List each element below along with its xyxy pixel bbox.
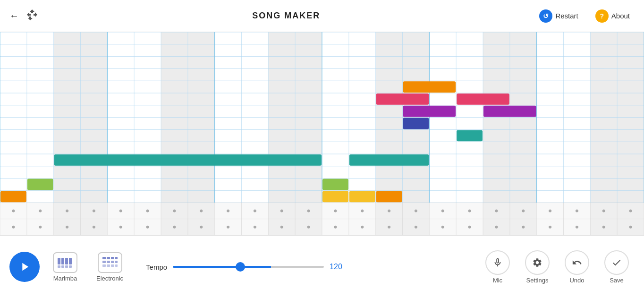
play-icon [18, 260, 31, 273]
save-icon [611, 257, 622, 268]
mic-button[interactable]: Mic [480, 247, 516, 288]
svg-rect-11 [115, 257, 118, 259]
svg-rect-6 [65, 265, 68, 268]
save-icon-circle [604, 250, 629, 275]
svg-rect-14 [111, 261, 114, 263]
undo-icon [572, 257, 582, 268]
bottom-toolbar: Marimba Electronic Tempo 120 [0, 235, 644, 298]
svg-rect-2 [65, 258, 68, 264]
tempo-section: Tempo 120 [146, 263, 472, 271]
settings-icon-circle [525, 250, 550, 275]
settings-icon [532, 257, 542, 268]
marimba-icon [53, 252, 77, 273]
svg-rect-17 [107, 264, 110, 267]
save-button[interactable]: Save [599, 247, 635, 288]
electronic-grid-icon [102, 256, 119, 269]
restart-label: Restart [555, 12, 578, 20]
svg-rect-5 [61, 265, 64, 268]
marimba-grid-icon [57, 256, 74, 269]
header-right: ↺ Restart ? About [534, 7, 635, 26]
restart-icon: ↺ [539, 9, 552, 23]
svg-rect-0 [58, 258, 60, 264]
svg-rect-16 [102, 264, 106, 267]
tempo-value: 120 [330, 263, 347, 271]
mic-icon [492, 257, 503, 268]
svg-rect-15 [115, 261, 118, 263]
svg-rect-18 [111, 264, 114, 267]
back-button[interactable]: ← [9, 10, 19, 21]
mic-icon-circle [485, 250, 510, 275]
svg-rect-1 [61, 258, 64, 264]
header: ← SONG MAKER ↺ Restart ? About [0, 0, 644, 32]
note-grid[interactable] [0, 32, 644, 235]
move-button[interactable] [26, 9, 38, 23]
undo-label: Undo [569, 277, 584, 284]
undo-button[interactable]: Undo [559, 247, 595, 288]
svg-rect-3 [69, 258, 72, 264]
right-controls: Mic Settings Undo Sa [480, 247, 635, 288]
svg-rect-7 [69, 265, 72, 268]
grid-area[interactable] [0, 32, 644, 235]
about-label: About [611, 12, 630, 20]
mic-label: Mic [493, 277, 502, 284]
svg-rect-10 [111, 257, 114, 259]
settings-button[interactable]: Settings [519, 247, 555, 288]
about-icon: ? [595, 9, 609, 23]
tempo-label: Tempo [146, 263, 167, 271]
restart-button[interactable]: ↺ Restart [534, 7, 583, 26]
svg-rect-13 [107, 261, 110, 263]
electronic-label: Electronic [96, 275, 123, 282]
electronic-button[interactable]: Electronic [91, 248, 129, 286]
svg-rect-4 [58, 265, 60, 268]
svg-rect-9 [107, 257, 110, 259]
marimba-label: Marimba [53, 275, 77, 282]
settings-label: Settings [526, 277, 549, 284]
svg-rect-8 [102, 257, 106, 259]
page-title: SONG MAKER [252, 11, 320, 21]
svg-rect-19 [115, 264, 118, 267]
about-button[interactable]: ? About [591, 7, 635, 26]
play-button[interactable] [9, 252, 40, 282]
marimba-button[interactable]: Marimba [47, 248, 83, 286]
save-label: Save [610, 277, 624, 284]
undo-icon-circle [565, 250, 589, 275]
tempo-slider[interactable] [173, 266, 324, 268]
electronic-icon [98, 252, 122, 273]
svg-rect-12 [102, 261, 106, 263]
header-left: ← [9, 9, 38, 23]
